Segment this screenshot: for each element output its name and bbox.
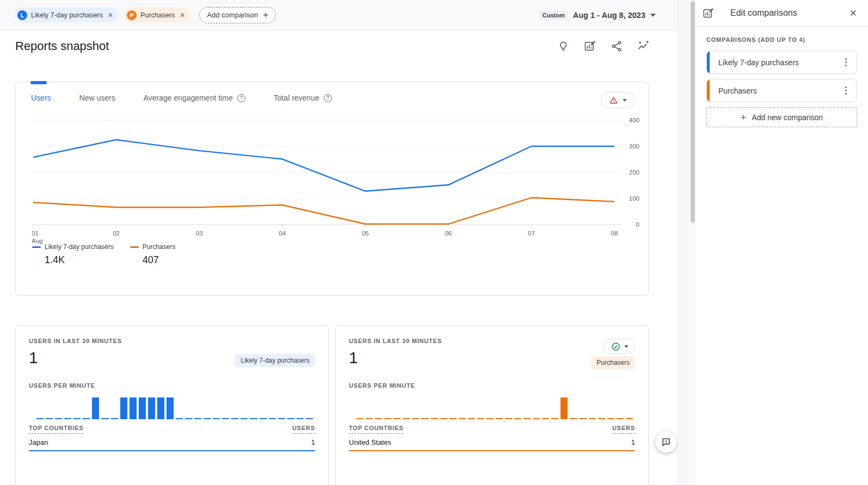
vertical-scrollbar[interactable] [691, 1, 695, 223]
users-header: USERS [292, 425, 315, 434]
close-icon[interactable]: ✕ [180, 12, 185, 18]
svg-text:07: 07 [528, 230, 535, 237]
realtime-title: USERS IN LAST 30 MINUTES [349, 338, 635, 344]
selected-tab-indicator [30, 81, 47, 84]
realtime-title: USERS IN LAST 30 MINUTES [29, 338, 315, 344]
svg-text:02: 02 [113, 230, 120, 237]
comparison-chip-label: Likely 7-day purchasers [31, 11, 103, 19]
country-cell: United States [349, 438, 391, 446]
add-comparison-button[interactable]: Add comparison + [199, 7, 276, 23]
chevron-down-icon [624, 345, 629, 348]
tab-total-revenue[interactable]: Total revenue ? [274, 94, 332, 102]
comparison-color-bar [707, 51, 710, 73]
warning-icon [609, 96, 618, 105]
comparison-color-bar [707, 79, 710, 102]
users-header: USERS [612, 425, 635, 434]
realtime-status-button[interactable] [604, 339, 635, 354]
users-per-minute-chart [356, 394, 635, 419]
comparison-chip-likely-7-day-purchasers[interactable]: L Likely 7-day purchasers ✕ [15, 8, 119, 22]
realtime-card-likely-7-day-purchasers: USERS IN LAST 30 MINUTES 1 Likely 7-day … [15, 325, 329, 485]
svg-text:03: 03 [196, 230, 203, 237]
legend-item-purchasers: Purchasers 407 [130, 243, 176, 266]
users-per-minute-chart [36, 394, 315, 419]
svg-text:0: 0 [636, 221, 639, 228]
legend-swatch [130, 246, 139, 248]
users-per-minute-label: USERS PER MINUTE [349, 382, 635, 389]
chevron-down-icon [623, 99, 627, 102]
kebab-menu-icon[interactable] [842, 83, 851, 98]
comparison-item-label: Purchasers [718, 86, 757, 95]
share-icon[interactable] [610, 40, 623, 53]
close-icon[interactable]: ✕ [108, 12, 113, 18]
svg-text:200: 200 [629, 169, 639, 176]
edit-comparisons-panel: Edit comparisons ✕ COMPARISONS (ADD UP T… [695, 0, 868, 485]
page-header: Reports snapshot [15, 30, 663, 62]
svg-text:05: 05 [362, 230, 369, 237]
users-cell: 1 [631, 438, 635, 446]
svg-text:04: 04 [279, 230, 286, 237]
add-new-comparison-button[interactable]: + Add new comparison [706, 107, 857, 127]
comparison-chip-label: Purchasers [140, 11, 175, 19]
close-icon[interactable]: ✕ [849, 8, 857, 19]
users-cell: 1 [311, 438, 315, 446]
legend-item-likely-7-day-purchasers: Likely 7-day purchasers 1.4K [32, 243, 114, 266]
top-countries-table: TOP COUNTRIES USERS United States 1 [349, 425, 635, 451]
panel-body: COMPARISONS (ADD UP TO 4) Likely 7-day p… [695, 27, 868, 137]
insights-bulb-icon[interactable] [557, 40, 570, 53]
header-actions [557, 30, 650, 62]
kebab-menu-icon[interactable] [842, 55, 851, 70]
overview-chart-card: Users New users Average engagement time … [15, 82, 649, 296]
comparison-avatar: P [127, 10, 137, 20]
date-range-picker[interactable]: Custom Aug 1 - Aug 8, 2023 [539, 0, 656, 30]
line-chart: 010020030040001Aug02030405060708 [32, 116, 647, 251]
add-comparison-label: Add comparison [207, 11, 258, 19]
comparison-item-label: Likely 7-day purchasers [718, 58, 799, 67]
top-countries-table: TOP COUNTRIES USERS Japan 1 [29, 425, 315, 451]
comparison-chip-purchasers[interactable]: P Purchasers ✕ [124, 8, 190, 22]
svg-text:400: 400 [629, 117, 639, 123]
metric-tabs: Users New users Average engagement time … [16, 82, 648, 114]
date-range-type-badge: Custom [539, 10, 568, 20]
comparison-avatar: L [17, 10, 27, 20]
panel-title: Edit comparisons [730, 8, 797, 18]
svg-text:06: 06 [445, 230, 452, 237]
add-new-comparison-label: Add new comparison [752, 113, 823, 122]
page-title: Reports snapshot [15, 39, 109, 53]
feedback-button[interactable] [655, 431, 677, 453]
legend-label: Purchasers [143, 243, 176, 251]
tab-new-users[interactable]: New users [79, 94, 115, 102]
realtime-card-purchasers: USERS IN LAST 30 MINUTES 1 Purchasers US… [335, 325, 649, 485]
tab-average-engagement-time[interactable]: Average engagement time ? [144, 94, 245, 102]
svg-text:100: 100 [629, 195, 639, 202]
plus-icon: + [263, 10, 268, 20]
main-content: L Likely 7-day purchasers ✕ P Purchasers… [0, 0, 678, 485]
insights-spark-icon[interactable] [637, 40, 650, 53]
legend-total: 1.4K [45, 254, 114, 266]
customize-report-icon[interactable] [583, 40, 596, 53]
help-icon[interactable]: ? [324, 94, 332, 102]
svg-text:08: 08 [611, 230, 618, 237]
table-row: Japan 1 [29, 434, 315, 451]
legend-swatch [32, 246, 41, 248]
comparison-badge: Purchasers [591, 356, 635, 369]
tab-users[interactable]: Users [31, 94, 51, 102]
comparison-badge: Likely 7-day purchasers [235, 354, 315, 367]
svg-text:300: 300 [629, 143, 639, 150]
table-row: United States 1 [349, 434, 635, 451]
check-circle-icon [611, 341, 621, 352]
legend-total: 407 [143, 254, 176, 266]
tab-label: Total revenue [274, 94, 319, 102]
comparison-bar: L Likely 7-day purchasers ✕ P Purchasers… [0, 0, 678, 30]
help-icon[interactable]: ? [237, 94, 245, 102]
comparison-item-likely-7-day-purchasers[interactable]: Likely 7-day purchasers [706, 51, 857, 74]
top-countries-header: TOP COUNTRIES [349, 425, 403, 434]
data-quality-button[interactable] [601, 92, 635, 108]
feedback-bubble-icon [661, 437, 672, 447]
panel-header: Edit comparisons ✕ [695, 0, 868, 27]
chart-legend: Likely 7-day purchasers 1.4K Purchasers … [32, 243, 175, 266]
chevron-down-icon [650, 14, 656, 17]
svg-text:01: 01 [32, 230, 39, 237]
comparison-item-purchasers[interactable]: Purchasers [706, 79, 857, 102]
comparisons-section-label: COMPARISONS (ADD UP TO 4) [706, 36, 857, 43]
plus-icon: + [741, 113, 747, 122]
